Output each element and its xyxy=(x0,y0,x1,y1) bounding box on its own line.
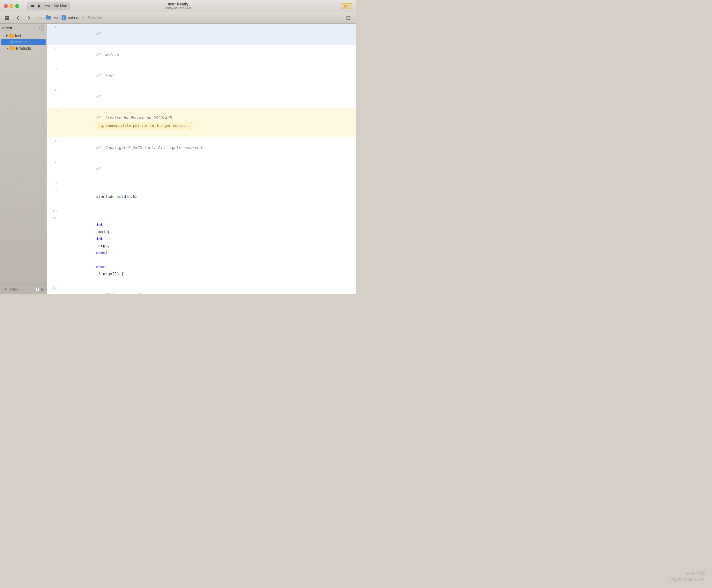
line-content[interactable] xyxy=(60,180,356,187)
warning-message[interactable]: ! Incompatible pointer to integer conve.… xyxy=(99,122,192,130)
table-row: 6 // Copyright © 2020 test. All rights r… xyxy=(47,138,356,159)
stop-button[interactable] xyxy=(30,3,35,9)
project-label: test xyxy=(5,26,12,30)
line-content[interactable]: int main( int argc, const char * argv[])… xyxy=(60,215,356,285)
svg-rect-5 xyxy=(7,18,9,20)
line-content[interactable]: #include <stdio.h> xyxy=(60,187,356,208)
breadcrumb-folder-test[interactable]: test xyxy=(46,16,58,20)
code-token: // test xyxy=(96,74,115,79)
sidebar-item-label: test xyxy=(15,34,21,38)
breadcrumb-filename: main.c xyxy=(67,16,78,20)
table-row: 7 // xyxy=(47,159,356,180)
table-row: 1 // xyxy=(47,24,356,45)
svg-rect-3 xyxy=(7,16,9,18)
warning-icon: ! xyxy=(101,124,104,128)
expand-arrow-icon xyxy=(3,27,4,29)
line-content[interactable]: // insert code here... xyxy=(60,285,356,294)
breadcrumb-no-selection[interactable]: No Selection xyxy=(82,16,103,20)
line-number: 4 xyxy=(47,87,60,108)
minimize-button[interactable] xyxy=(9,4,14,8)
sidebar-clock-icon[interactable]: 🕐 xyxy=(35,287,40,291)
table-row: 5 // Created by Meowth on 2020/4/5. ! In… xyxy=(47,108,356,138)
titlebar-center: test: Ready Today at 11:23 AM xyxy=(165,2,191,10)
breadcrumb-test[interactable]: test xyxy=(36,16,42,20)
breadcrumb-file[interactable]: c main.c xyxy=(62,15,78,20)
sidebar-header: test ? xyxy=(0,24,47,33)
line-number: 8 xyxy=(47,180,60,187)
table-row: 10 xyxy=(47,208,356,215)
sidebar-item-products-label: Products xyxy=(16,46,31,51)
line-content[interactable]: // Copyright © 2020 test. All rights res… xyxy=(60,138,356,159)
code-token: // Created by Meowth on 2020/4/5. xyxy=(96,116,174,121)
nav-back-icon[interactable] xyxy=(14,14,22,22)
line-content[interactable] xyxy=(60,208,356,215)
line-content[interactable]: // test xyxy=(60,66,356,87)
code-token: #include xyxy=(96,195,117,199)
titlebar: test › My Mac test: Ready Today at 11:23… xyxy=(0,0,356,12)
svg-text:!: ! xyxy=(102,125,103,128)
sidebar-item-mainc-label: main.c xyxy=(15,40,26,44)
file-c-icon: c xyxy=(62,15,66,20)
line-number: 3 xyxy=(47,66,60,87)
code-token: // xyxy=(96,95,101,100)
sidebar-item-mainc[interactable]: c main.c xyxy=(1,39,46,45)
inspector-toggle-icon[interactable] xyxy=(345,14,353,22)
run-button[interactable] xyxy=(37,3,42,9)
status-subtitle: Today at 11:23 AM xyxy=(165,6,191,10)
line-content[interactable]: // Created by Meowth on 2020/4/5. ! Inco… xyxy=(60,108,356,138)
code-token xyxy=(96,258,98,262)
sidebar-footer-icons: 🕐 ⊞ xyxy=(35,287,44,291)
warning-triangle-icon: ! xyxy=(343,4,347,8)
line-number: 5 xyxy=(47,108,60,138)
sidebar-footer: + Filter 🕐 ⊞ xyxy=(0,284,47,294)
sidebar-sort-icon[interactable]: ⊞ xyxy=(41,287,44,291)
line-content[interactable]: // main.c xyxy=(60,45,356,66)
sidebar-tree: test c main.c Products xyxy=(0,33,47,284)
code-token: // xyxy=(96,32,101,36)
line-number: 12 xyxy=(47,285,60,294)
line-content[interactable]: // xyxy=(60,159,356,180)
titlebar-right: ! 1 xyxy=(341,3,352,9)
warning-badge[interactable]: ! 1 xyxy=(341,3,352,9)
svg-text:!: ! xyxy=(345,5,345,7)
code-token: // xyxy=(96,167,101,171)
line-number: 2 xyxy=(47,45,60,66)
code-token: // main.c xyxy=(96,53,119,57)
editor-content[interactable]: 1 // 2 // main.c 3 xyxy=(47,24,356,294)
code-token: int xyxy=(96,237,103,241)
code-token: const xyxy=(96,251,107,255)
line-content[interactable]: // xyxy=(60,24,356,45)
code-token xyxy=(96,293,105,294)
nav-forward-icon[interactable] xyxy=(24,14,33,22)
status-text: test: Ready xyxy=(168,2,188,6)
grid-view-icon[interactable] xyxy=(3,14,12,22)
svg-rect-7 xyxy=(350,16,351,19)
line-number: 7 xyxy=(47,159,60,180)
folder-blue-icon xyxy=(46,16,51,19)
table-row: 8 xyxy=(47,180,356,187)
line-number: 11 xyxy=(47,215,60,285)
code-token: main( xyxy=(96,230,110,234)
help-button[interactable]: ? xyxy=(39,25,44,30)
code-editor[interactable]: 1 // 2 // main.c 3 xyxy=(47,24,356,294)
folder-expand-icon xyxy=(6,35,8,37)
sidebar-item-products[interactable]: Products xyxy=(1,45,46,52)
table-row: 3 // test xyxy=(47,66,356,87)
code-token: // Copyright © 2020 test. All rights res… xyxy=(96,146,204,150)
warning-count: 1 xyxy=(348,4,350,8)
table-row: 12 // insert code here... xyxy=(47,285,356,294)
line-content[interactable]: // xyxy=(60,87,356,108)
add-file-button[interactable]: + xyxy=(3,286,8,292)
main-content: test ? test c main.c Products xyxy=(0,24,356,294)
traffic-lights xyxy=(4,4,19,8)
scheme-selector[interactable]: test › My Mac xyxy=(27,2,70,10)
maximize-button[interactable] xyxy=(15,4,19,8)
close-button[interactable] xyxy=(4,4,8,8)
scheme-name: test xyxy=(44,4,50,8)
code-token: // insert code here... xyxy=(105,293,156,294)
destination-name: My Mac xyxy=(54,4,67,8)
filter-label: Filter xyxy=(10,287,33,291)
project-item[interactable]: test xyxy=(3,26,12,30)
code-token: * argv[]) { xyxy=(96,272,123,276)
sidebar-item-test-folder[interactable]: test xyxy=(1,33,46,39)
